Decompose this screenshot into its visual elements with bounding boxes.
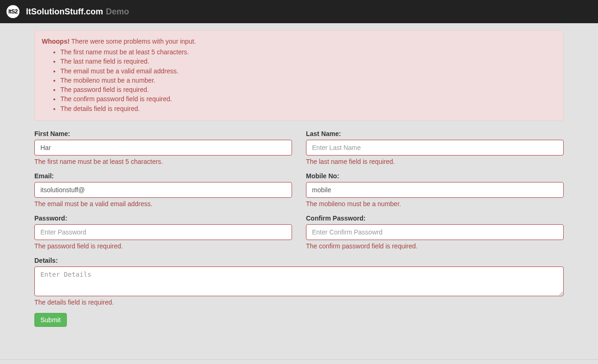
last-name-group: Last Name: The last name field is requir…: [306, 130, 564, 165]
details-label: Details:: [34, 257, 58, 264]
logo-icon: ItS2: [6, 5, 20, 18]
navbar: ItS2 ItSolutionStuff.com Demo: [0, 0, 598, 23]
alert-error-item: The last name field is required.: [60, 57, 556, 66]
footer-divider: [0, 359, 598, 360]
alert-error-item: The first name must be at least 5 charac…: [60, 47, 556, 57]
email-label: Email:: [34, 172, 54, 180]
validation-alert: Whoops! There were some problems with yo…: [34, 30, 564, 121]
details-group: Details: The details field is required.: [34, 257, 564, 306]
mobile-input[interactable]: [306, 182, 564, 198]
alert-message: There were some problems with your input…: [70, 38, 196, 45]
first-name-label: First Name:: [34, 130, 70, 137]
submit-button[interactable]: Submit: [34, 313, 67, 327]
demo-text: Demo: [106, 7, 129, 17]
mobile-group: Mobile No: The mobileno must be a number…: [306, 172, 564, 208]
confirm-password-label: Confirm Password:: [306, 214, 365, 222]
email-error: The email must be a valid email address.: [34, 200, 292, 208]
details-error: The details field is required.: [34, 299, 564, 306]
first-name-group: First Name: The first name must be at le…: [34, 130, 292, 165]
alert-error-list: The first name must be at least 5 charac…: [42, 47, 556, 113]
password-label: Password:: [34, 214, 67, 222]
confirm-password-group: Confirm Password: The confirm password f…: [306, 214, 564, 250]
details-textarea[interactable]: [34, 266, 564, 296]
confirm-password-error: The confirm password field is required.: [306, 242, 564, 250]
main-container: Whoops! There were some problems with yo…: [27, 23, 571, 341]
last-name-label: Last Name:: [306, 130, 341, 137]
alert-error-item: The confirm password field is required.: [60, 94, 556, 104]
last-name-error: The last name field is required.: [306, 158, 564, 165]
password-input[interactable]: [34, 224, 292, 240]
first-name-error: The first name must be at least 5 charac…: [34, 158, 292, 165]
confirm-password-input[interactable]: [306, 224, 564, 240]
brand-text: ItSolutionStuff.com: [26, 7, 103, 17]
alert-error-item: The mobileno must be a number.: [60, 76, 556, 85]
email-group: Email: The email must be a valid email a…: [34, 172, 292, 208]
mobile-label: Mobile No:: [306, 172, 339, 180]
password-error: The password field is required.: [34, 242, 292, 250]
password-group: Password: The password field is required…: [34, 214, 292, 250]
alert-error-item: The password field is required.: [60, 85, 556, 94]
alert-error-item: The details field is required.: [60, 104, 556, 113]
alert-error-item: The email must be a valid email address.: [60, 66, 556, 76]
alert-strong: Whoops!: [42, 38, 70, 45]
email-input[interactable]: [34, 182, 292, 198]
first-name-input[interactable]: [34, 140, 292, 156]
last-name-input[interactable]: [306, 140, 564, 156]
mobile-error: The mobileno must be a number.: [306, 200, 564, 208]
